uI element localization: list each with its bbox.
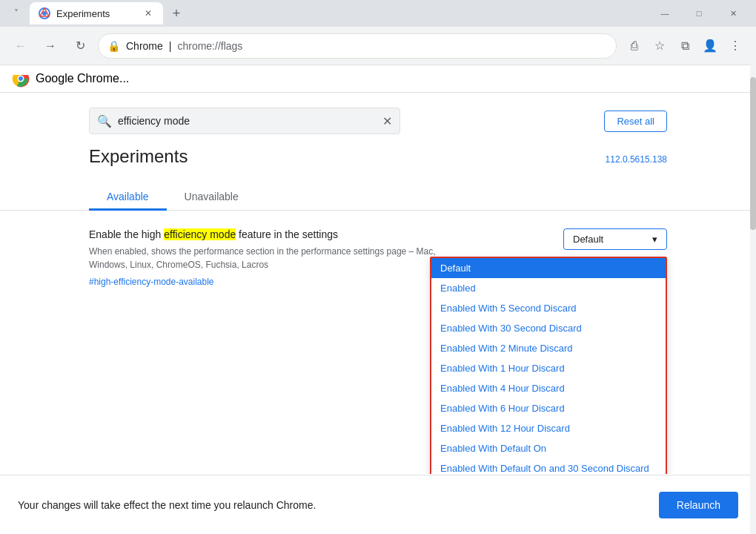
share-button[interactable]: ⎙ <box>623 34 646 58</box>
addressbar: ← → ↻ 🔒 Chrome | chrome://flags ⎙ ☆ ⧉ 👤 … <box>0 27 756 65</box>
address-separator: | <box>169 40 172 52</box>
experiment-description: When enabled, shows the performance sect… <box>89 245 460 271</box>
title-after: feature in the settings <box>236 228 338 240</box>
page-title: Experiments <box>89 146 188 167</box>
dropdown-option-12hour[interactable]: Enabled With 12 Hour Discard <box>431 418 666 438</box>
search-row: 🔍 ✕ Reset all <box>0 108 756 134</box>
chrome-logo <box>12 70 30 88</box>
address-path: chrome://flags <box>177 40 242 52</box>
dropdown-option-default[interactable]: Default <box>431 258 666 278</box>
address-bar[interactable]: 🔒 Chrome | chrome://flags <box>98 33 617 59</box>
relaunch-notice: Your changes will take effect the next t… <box>18 499 316 511</box>
dropdown-option-default-on[interactable]: Enabled With Default On <box>431 438 666 458</box>
menu-button[interactable]: ⋮ <box>723 34 747 58</box>
tab-favicon <box>39 7 50 19</box>
new-tab-button[interactable]: + <box>166 3 187 24</box>
minimize-button[interactable]: — <box>648 0 682 27</box>
tab-available[interactable]: Available <box>89 185 167 211</box>
search-input[interactable] <box>118 115 377 127</box>
dropdown-option-4hour[interactable]: Enabled With 4 Hour Discard <box>431 378 666 398</box>
bottom-bar: Your changes will take effect the next t… <box>0 475 756 534</box>
svg-point-5 <box>19 76 23 81</box>
bookmark-button[interactable]: ☆ <box>648 34 672 58</box>
tab-close-button[interactable]: ✕ <box>142 7 154 19</box>
window-controls: — □ ✕ <box>648 0 750 27</box>
profile-button[interactable]: 👤 <box>698 34 722 58</box>
site-info-icon: 🔒 <box>107 40 120 52</box>
reset-all-button[interactable]: Reset all <box>604 111 667 132</box>
branding-bar: Google Chrome... <box>0 65 756 93</box>
search-icon: 🔍 <box>97 114 112 128</box>
dropdown-option-5sec[interactable]: Enabled With 5 Second Discard <box>431 298 666 318</box>
tab-unavailable[interactable]: Unavailable <box>167 185 256 211</box>
close-button[interactable]: ✕ <box>716 0 750 27</box>
toolbar-icons: ⎙ ☆ ⧉ 👤 ⋮ <box>623 34 747 58</box>
branding-label: Google Chrome... <box>36 72 129 85</box>
dropdown-option-enabled[interactable]: Enabled <box>431 278 666 298</box>
extensions-button[interactable]: ⧉ <box>673 34 697 58</box>
back-button[interactable]: ← <box>9 34 33 58</box>
forward-button[interactable]: → <box>39 34 62 58</box>
dropdown-option-default-on-30sec[interactable]: Enabled With Default On and 30 Second Di… <box>431 458 666 474</box>
maximize-button[interactable]: □ <box>682 0 716 27</box>
dropdown-arrow-icon: ▾ <box>652 234 657 245</box>
relaunch-button[interactable]: Relaunch <box>659 492 738 518</box>
active-tab[interactable]: Experiments ✕ <box>30 2 163 24</box>
dropdown-trigger[interactable]: Default ▾ <box>563 228 667 250</box>
dropdown-selected-label: Default <box>573 234 603 245</box>
page-title-row: Experiments 112.0.5615.138 <box>0 146 756 167</box>
titlebar: ˅ Experiments ✕ + — □ ✕ <box>0 0 756 27</box>
clear-search-icon[interactable]: ✕ <box>382 114 392 128</box>
tab-list-chevron[interactable]: ˅ <box>6 3 27 24</box>
experiment-link[interactable]: #high-efficiency-mode-available <box>89 277 214 287</box>
tab-title: Experiments <box>56 8 110 19</box>
experiment-row: Enable the high efficiency mode feature … <box>0 228 756 288</box>
refresh-button[interactable]: ↻ <box>68 34 92 58</box>
dropdown-option-1hour[interactable]: Enabled With 1 Hour Discard <box>431 358 666 378</box>
dropdown-option-6hour[interactable]: Enabled With 6 Hour Discard <box>431 398 666 418</box>
title-highlight: efficiency mode <box>164 228 236 240</box>
version-label: 112.0.5615.138 <box>606 154 667 165</box>
search-box[interactable]: 🔍 ✕ <box>89 108 400 134</box>
main-content: 🔍 ✕ Reset all Experiments 112.0.5615.138… <box>0 93 756 474</box>
dropdown-option-2min[interactable]: Enabled With 2 Minute Discard <box>431 338 666 358</box>
dropdown-wrapper: Default ▾ Default Enabled Enabled With 5… <box>563 228 667 250</box>
address-domain: Chrome <box>126 40 163 52</box>
tabs-row: Available Unavailable <box>0 185 756 211</box>
title-before: Enable the high <box>89 228 164 240</box>
dropdown-menu: Default Enabled Enabled With 5 Second Di… <box>430 257 667 474</box>
dropdown-option-30sec[interactable]: Enabled With 30 Second Discard <box>431 318 666 338</box>
scrollbar-thumb[interactable] <box>750 77 756 229</box>
scrollbar-track[interactable] <box>750 27 756 534</box>
